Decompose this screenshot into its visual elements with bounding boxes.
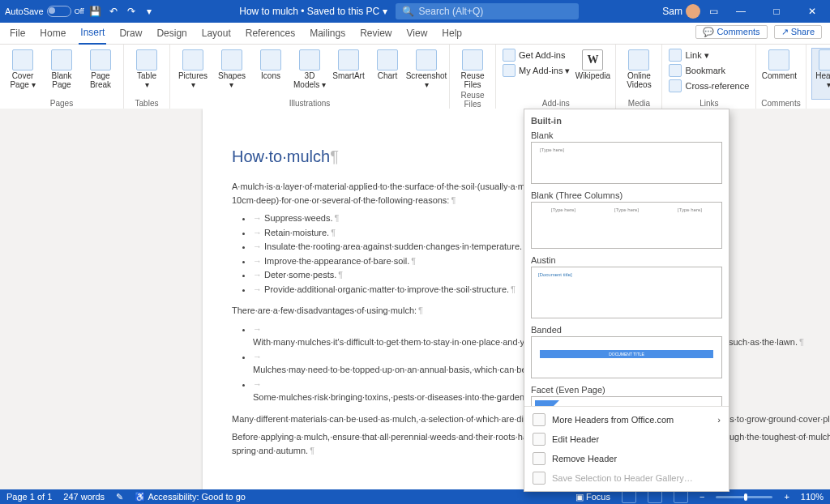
comment-button[interactable]: Comment [761, 48, 797, 83]
shapes-button[interactable]: Shapes▾ [214, 48, 250, 91]
more-headers-office[interactable]: More Headers from Office.com› [524, 410, 729, 429]
cover-page-button[interactable]: CoverPage ▾ [5, 48, 41, 91]
tab-layout[interactable]: Layout [200, 24, 233, 44]
save-selection-icon [533, 472, 545, 485]
tab-references[interactable]: References [244, 24, 297, 44]
3d-models-button[interactable]: 3DModels ▾ [292, 48, 327, 91]
share-button[interactable]: ↗ Share [774, 25, 822, 39]
header-option-blank-three-columns[interactable]: [Type here][Type here][Type here] [531, 202, 722, 249]
save-selection-header-gallery: Save Selection to Header Gallery… [524, 468, 729, 488]
ribbon: CoverPage ▾ BlankPage PageBreak Pages Ta… [0, 45, 830, 110]
search-box[interactable]: 🔍 Search (Alt+Q) [396, 3, 579, 19]
web-layout-icon[interactable] [674, 490, 688, 503]
tab-home[interactable]: Home [38, 24, 67, 44]
maximize-button[interactable]: □ [762, 0, 791, 23]
document-title[interactable]: How to mulch • Saved to this PC ▾ [239, 6, 387, 17]
zoom-level[interactable]: 110% [801, 492, 824, 502]
autosave-toggle[interactable]: AutoSave Off [5, 6, 84, 17]
tab-view[interactable]: View [405, 24, 430, 44]
header-option-banded[interactable]: DOCUMENT TITLE [531, 336, 722, 378]
ribbon-tabs: File Home Insert Draw Design Layout Refe… [0, 23, 830, 45]
chevron-right-icon: › [717, 415, 721, 425]
tab-insert[interactable]: Insert [79, 23, 106, 45]
header-button[interactable]: Header▾ [811, 48, 830, 100]
print-layout-icon[interactable] [648, 490, 662, 503]
header-option-facet-even[interactable] [531, 396, 722, 406]
page-indicator[interactable]: Page 1 of 1 [6, 492, 52, 502]
edit-header[interactable]: Edit Header [524, 429, 729, 449]
pictures-button[interactable]: Pictures▾ [175, 48, 211, 91]
accessibility-status[interactable]: ♿ Accessibility: Good to go [135, 492, 246, 502]
tab-design[interactable]: Design [155, 24, 188, 44]
minimize-button[interactable]: — [726, 0, 755, 23]
tab-help[interactable]: Help [440, 24, 464, 44]
spellcheck-icon[interactable]: ✎ [116, 492, 123, 502]
table-button[interactable]: Table▾ [129, 48, 165, 91]
link-button[interactable]: Link ▾ [667, 48, 751, 62]
cross-reference-button[interactable]: Cross-reference [667, 79, 751, 93]
save-icon[interactable]: 💾 [89, 5, 102, 18]
zoom-in-button[interactable]: + [784, 492, 789, 502]
ribbon-options-icon[interactable]: ▭ [707, 5, 720, 18]
blank-page-button[interactable]: BlankPage [44, 48, 79, 91]
header-option-blank[interactable]: [Type here] [531, 142, 722, 184]
smartart-button[interactable]: SmartArt [331, 48, 366, 91]
screenshot-button[interactable]: Screenshot▾ [409, 48, 444, 91]
avatar [686, 4, 700, 19]
read-mode-icon[interactable] [622, 490, 636, 503]
focus-mode-button[interactable]: ▣ Focus [575, 492, 610, 502]
icons-button[interactable]: Icons [253, 48, 289, 91]
remove-header[interactable]: Remove Header [524, 449, 729, 468]
my-addins-button[interactable]: My Add-ins ▾ [501, 63, 571, 78]
tab-mailings[interactable]: Mailings [308, 24, 347, 44]
word-count[interactable]: 247 words [63, 492, 105, 502]
bookmark-button[interactable]: Bookmark [667, 63, 751, 78]
tab-review[interactable]: Review [358, 24, 393, 44]
header-option-austin[interactable]: [Document title] [531, 267, 722, 318]
reuse-files-button[interactable]: ReuseFiles [455, 48, 490, 91]
gallery-section-builtin: Built-in [531, 113, 722, 127]
online-videos-button[interactable]: OnlineVideos [621, 48, 657, 91]
zoom-out-button[interactable]: − [700, 492, 704, 502]
edit-icon [533, 433, 545, 446]
wikipedia-button[interactable]: WWikipedia [575, 48, 610, 83]
redo-icon[interactable]: ↷ [125, 5, 138, 18]
header-gallery-dropdown: Built-in Blank [Type here] Blank (Three … [524, 109, 729, 492]
zoom-slider[interactable] [716, 496, 772, 498]
tab-draw[interactable]: Draw [118, 24, 143, 44]
comments-button[interactable]: 💬 Comments [695, 25, 767, 39]
close-button[interactable]: ✕ [798, 0, 827, 23]
undo-icon[interactable]: ↶ [107, 5, 120, 18]
page-break-button[interactable]: PageBreak [83, 48, 118, 91]
tab-file[interactable]: File [8, 24, 27, 44]
search-icon: 🔍 [402, 6, 414, 17]
title-bar: AutoSave Off 💾 ↶ ↷ ▾ How to mulch • Save… [0, 0, 830, 23]
get-addins-button[interactable]: Get Add-ins [501, 48, 571, 62]
account-button[interactable]: Sam [662, 4, 700, 19]
globe-icon [533, 413, 545, 426]
remove-icon [533, 452, 545, 465]
qat-customize-icon[interactable]: ▾ [143, 5, 156, 18]
chart-button[interactable]: Chart [370, 48, 405, 91]
